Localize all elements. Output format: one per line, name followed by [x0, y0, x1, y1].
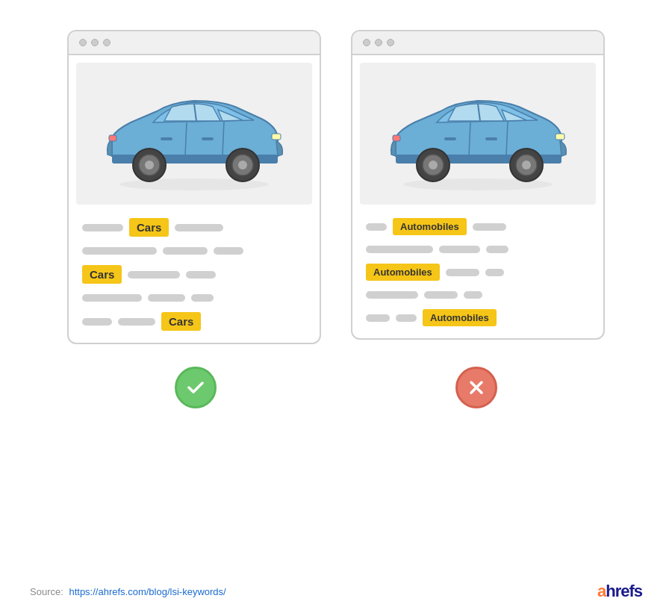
line-seg — [424, 291, 458, 299]
svg-rect-6 — [109, 135, 116, 141]
dot-4 — [363, 39, 370, 46]
svg-point-24 — [522, 161, 531, 169]
line-seg — [82, 318, 112, 326]
source-text: Source: https://ahrefs.com/blog/lsi-keyw… — [30, 586, 226, 597]
check-icon — [175, 367, 217, 408]
svg-rect-28 — [485, 137, 497, 140]
dot-3 — [103, 39, 111, 46]
line-seg — [128, 271, 180, 279]
good-browser-window: Cars Cars — [67, 30, 321, 344]
keyword-badge-cars-2: Cars — [82, 265, 122, 284]
bad-browser-window: Automobiles Automobiles — [351, 30, 605, 340]
keyword-badge-cars-3: Cars — [161, 312, 201, 331]
line-seg — [186, 271, 216, 279]
car-illustration-good — [97, 74, 291, 193]
bad-text-lines: Automobiles Automobiles — [360, 214, 596, 331]
good-browser-content: Cars Cars — [69, 55, 320, 343]
line-seg — [439, 246, 480, 253]
dot-6 — [387, 39, 394, 46]
source-line: Source: https://ahrefs.com/blog/lsi-keyw… — [30, 574, 642, 601]
dot-5 — [375, 39, 382, 46]
keyword-badge-cars-1: Cars — [129, 218, 169, 237]
bad-text-line-3: Automobiles — [366, 309, 590, 326]
line-seg — [366, 246, 433, 253]
good-car-image — [76, 63, 312, 205]
good-text-line-2: Cars — [82, 265, 306, 284]
bottom-row — [175, 367, 497, 408]
ahrefs-logo-hrefs: hrefs — [606, 582, 642, 600]
line-seg — [396, 314, 417, 322]
ahrefs-logo-a: a — [597, 582, 606, 600]
bad-browser-content: Automobiles Automobiles — [352, 55, 603, 338]
checkmark-svg — [185, 377, 206, 398]
bad-text-line-filler-1 — [366, 246, 590, 253]
main-container: Cars Cars — [0, 0, 672, 616]
line-seg — [485, 269, 504, 276]
line-seg — [82, 294, 142, 302]
ahrefs-logo: ahrefs — [597, 582, 642, 601]
good-text-line-filler-2 — [82, 294, 306, 302]
dot-2 — [91, 39, 99, 46]
line-seg — [366, 223, 387, 231]
line-seg — [118, 318, 155, 326]
bad-text-line-filler-2 — [366, 291, 590, 299]
svg-rect-5 — [272, 134, 281, 140]
keyword-badge-automobiles-2: Automobiles — [366, 264, 440, 281]
bad-text-line-2: Automobiles — [366, 264, 590, 281]
line-seg — [214, 247, 243, 255]
x-svg — [466, 377, 487, 398]
line-seg — [82, 224, 123, 231]
dot-1 — [79, 39, 87, 46]
good-text-line-filler-1 — [82, 247, 306, 255]
svg-rect-20 — [556, 134, 564, 140]
line-seg — [82, 247, 157, 255]
bad-text-line-1: Automobiles — [366, 218, 590, 235]
good-browser-titlebar — [69, 31, 320, 55]
source-url: https://ahrefs.com/blog/lsi-keywords/ — [69, 586, 225, 597]
good-text-line-1: Cars — [82, 218, 306, 237]
line-seg — [366, 291, 418, 299]
svg-rect-13 — [202, 137, 214, 140]
bad-browser-titlebar — [352, 31, 603, 55]
line-seg — [464, 291, 482, 299]
svg-point-12 — [145, 161, 154, 169]
line-seg — [175, 224, 223, 231]
keyword-badge-automobiles-3: Automobiles — [423, 309, 497, 326]
good-text-line-3: Cars — [82, 312, 306, 331]
svg-rect-21 — [393, 135, 400, 141]
line-seg — [486, 246, 508, 253]
source-label: Source: — [30, 586, 63, 597]
good-text-lines: Cars Cars — [76, 214, 312, 335]
car-illustration-bad — [381, 74, 575, 193]
x-icon — [455, 367, 497, 408]
browsers-row: Cars Cars — [30, 30, 642, 344]
line-seg — [163, 247, 208, 255]
bad-car-image — [360, 63, 596, 205]
svg-point-9 — [238, 161, 247, 169]
line-seg — [446, 269, 479, 276]
line-seg — [473, 223, 506, 231]
svg-rect-14 — [161, 137, 172, 140]
svg-rect-29 — [444, 137, 456, 140]
svg-point-27 — [429, 161, 438, 169]
keyword-badge-automobiles-1: Automobiles — [393, 218, 467, 235]
line-seg — [148, 294, 185, 302]
line-seg — [191, 294, 214, 302]
line-seg — [366, 314, 390, 322]
